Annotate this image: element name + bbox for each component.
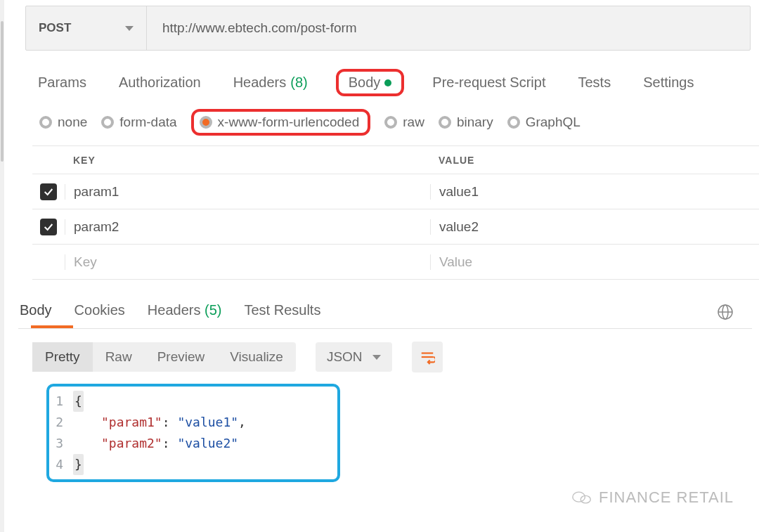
table-row-new[interactable]: Key Value	[32, 245, 759, 280]
tab-settings[interactable]: Settings	[639, 72, 698, 93]
resp-tab-cookies[interactable]: Cookies	[73, 299, 126, 328]
watermark: FINANCE RETAIL	[572, 488, 734, 507]
table-header: KEY VALUE	[32, 146, 759, 174]
line-number: 2	[49, 412, 73, 433]
resp-tab-body[interactable]: Body	[18, 299, 53, 328]
view-segment: Pretty Raw Preview Visualize	[32, 342, 296, 372]
request-url-bar: POST	[25, 6, 751, 51]
http-method-select[interactable]: POST	[26, 6, 147, 50]
view-preview[interactable]: Preview	[145, 342, 218, 372]
chevron-down-icon	[125, 26, 134, 31]
active-tab-underline	[31, 325, 73, 328]
wechat-icon	[572, 489, 592, 506]
http-method-value: POST	[39, 21, 71, 35]
radio-selected-icon	[200, 116, 212, 129]
table-row[interactable]: param1 value1	[32, 174, 759, 209]
body-type-none[interactable]: none	[39, 115, 87, 130]
wrap-lines-button[interactable]	[412, 342, 443, 372]
cell-value[interactable]: value1	[430, 184, 759, 200]
cell-value[interactable]: value2	[430, 219, 759, 235]
radio-icon	[384, 116, 397, 129]
radio-icon	[439, 116, 451, 129]
radio-icon	[101, 116, 114, 129]
body-active-dot-icon	[384, 79, 391, 86]
response-view-toolbar: Pretty Raw Preview Visualize JSON	[32, 342, 751, 372]
tab-body[interactable]: Body	[336, 69, 405, 96]
view-raw[interactable]: Raw	[93, 342, 145, 372]
body-type-formdata[interactable]: form-data	[101, 115, 176, 130]
headers-count: (8)	[290, 74, 307, 91]
line-number: 1	[49, 391, 73, 412]
tab-prerequest[interactable]: Pre-request Script	[428, 72, 550, 93]
body-type-binary[interactable]: binary	[439, 115, 493, 130]
body-type-row: none form-data x-www-form-urlencoded raw…	[39, 109, 751, 136]
response-type-select[interactable]: JSON	[316, 342, 392, 372]
body-type-urlencoded[interactable]: x-www-form-urlencoded	[191, 109, 371, 136]
resp-tab-headers[interactable]: Headers (5)	[146, 299, 223, 328]
response-divider	[18, 328, 752, 329]
view-visualize[interactable]: Visualize	[217, 342, 296, 372]
left-scrollbar[interactable]	[0, 0, 4, 532]
tab-tests[interactable]: Tests	[573, 72, 615, 93]
response-tabs: Body Cookies Headers (5) Test Results	[18, 299, 734, 328]
svg-point-5	[573, 492, 585, 502]
view-pretty[interactable]: Pretty	[32, 342, 93, 372]
table-row[interactable]: param2 value2	[32, 209, 759, 245]
chevron-down-icon	[372, 355, 381, 360]
body-type-raw[interactable]: raw	[384, 115, 424, 130]
row-checkbox[interactable]	[40, 183, 57, 200]
tab-headers[interactable]: Headers (8)	[229, 72, 312, 93]
body-type-graphql[interactable]: GraphQL	[507, 115, 580, 130]
request-tabs: Params Authorization Headers (8) Body Pr…	[34, 69, 751, 96]
url-input[interactable]	[147, 6, 750, 50]
col-key: KEY	[65, 155, 430, 166]
globe-icon[interactable]	[717, 304, 734, 324]
form-params-table: KEY VALUE param1 value1 param2 value2 Ke…	[32, 145, 759, 280]
response-body-code[interactable]: 1{ 2"param1": "value1", 3"param2": "valu…	[46, 384, 340, 482]
cell-key[interactable]: param2	[65, 219, 430, 235]
svg-point-6	[580, 495, 590, 503]
resp-tab-test-results[interactable]: Test Results	[242, 299, 322, 328]
line-number: 3	[49, 433, 73, 454]
col-value: VALUE	[430, 155, 759, 166]
row-checkbox[interactable]	[40, 219, 57, 235]
cell-key[interactable]: param1	[65, 184, 430, 200]
radio-icon	[39, 116, 52, 129]
cell-value-placeholder[interactable]: Value	[430, 254, 759, 270]
radio-icon	[507, 116, 520, 129]
tab-authorization[interactable]: Authorization	[115, 72, 205, 93]
cell-key-placeholder[interactable]: Key	[65, 254, 430, 270]
resp-headers-count: (5)	[205, 302, 221, 318]
line-number: 4	[49, 454, 73, 475]
tab-params[interactable]: Params	[34, 72, 91, 93]
